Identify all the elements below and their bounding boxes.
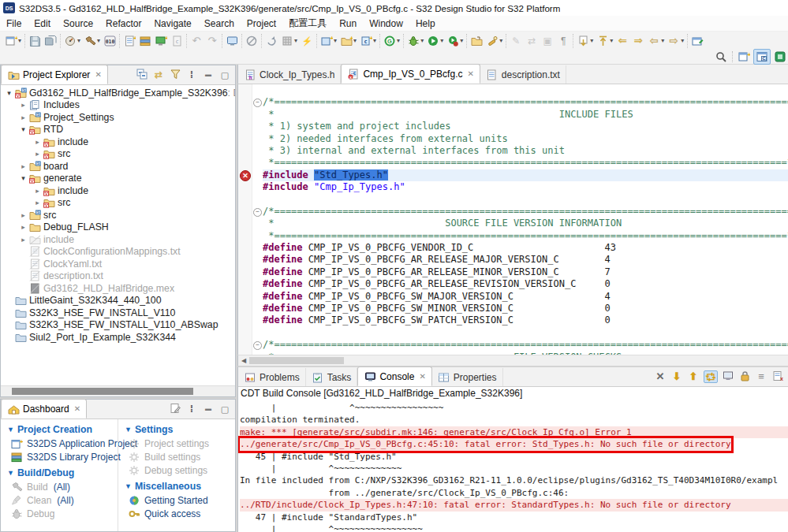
collapse-all-button[interactable] [136,69,148,81]
run-play-button[interactable]: ▾ [425,32,445,50]
tree-item-gd3162-hld-halfbridge-example-s32k396[interactable]: ▾SGd3162_HLD_HalfBridge_Example_S32K396:… [1,87,235,99]
back-annot-button[interactable]: ⇐ [614,32,630,50]
console-tab-properties[interactable]: Properties [432,368,503,386]
dropdown-icon[interactable]: ▾ [661,37,664,44]
dashboard-item-build[interactable]: Build(All) [7,480,111,493]
remote-monitor-button[interactable] [224,32,240,50]
dashboard-section-miscellaneous[interactable]: ▼Miscellaneous [125,479,229,493]
tree-item-include[interactable]: ▸include [1,184,235,197]
memory-grid-button[interactable]: ▾ [279,32,299,50]
search-icon[interactable] [713,50,729,64]
dropdown-icon[interactable]: ▾ [681,37,684,44]
dropdown-icon[interactable]: ▾ [460,37,463,44]
save-all-button[interactable] [43,32,58,50]
dropdown-icon[interactable]: ▾ [373,37,376,44]
collapsed-arrow-icon[interactable]: ▸ [18,223,28,231]
section-collapse-icon[interactable]: ▼ [7,426,14,433]
scroll-left-icon[interactable]: ◀ [238,357,249,364]
tree-item-rtd[interactable]: ▾RTD [1,124,235,136]
dropdown-icon[interactable]: ▾ [397,37,400,44]
dropdown-icon[interactable]: ▾ [610,37,613,44]
collapsed-arrow-icon[interactable]: ▸ [18,236,28,244]
profile-run-button[interactable]: ▾ [445,32,465,50]
show-whitespace-button[interactable]: ¶ [555,32,571,50]
edit-page-button[interactable] [169,403,181,415]
binary-010-button[interactable]: 010 [102,32,118,50]
tree-item-include[interactable]: ▸include [1,136,235,148]
fwd-annot-button[interactable]: ⇒ [630,32,646,50]
collapsed-arrow-icon[interactable]: ▸ [18,162,28,170]
new-c-file-button[interactable]: + [121,32,137,50]
update-tool-button[interactable] [263,32,279,50]
new-cpp-project-button[interactable]: +▾ [338,32,358,50]
dropdown-icon[interactable]: ▾ [353,37,357,44]
open-element-button[interactable] [469,32,484,50]
collapsed-arrow-icon[interactable]: ▸ [18,101,28,109]
dashboard-item-s32ds-application-project[interactable]: +S32DS Application Project [7,437,111,450]
collapsed-arrow-icon[interactable]: ▸ [32,187,43,195]
tree-item-s32k3-hse-fw-install-v110-abswap[interactable]: S32K3_HSE_FW_INSTALL_V110_ABSwap [1,319,235,332]
redo-button[interactable]: ↷ [204,32,220,50]
tree-item-src[interactable]: ▸Ssrc [1,209,235,221]
debug-bug-button[interactable]: ▾ [405,32,425,50]
view-menu-button[interactable]: ⁞ [185,69,198,80]
tree-item-siul2-port-ip-example-s32k344[interactable]: Siul2_Port_Ip_Example_S32K344 [1,331,235,344]
dropdown-icon[interactable]: ▾ [334,37,337,44]
editor-tab-clock-ip-types-h[interactable]: hClock_Ip_Types.h [238,65,341,84]
word-wrap-button[interactable]: ≡ [755,371,767,382]
tab-dashboard[interactable]: Dashboard ✕ [1,399,87,419]
show-block-button[interactable]: ▣ [540,32,555,50]
dropdown-icon[interactable]: ▾ [420,37,424,44]
collapsed-arrow-icon[interactable]: ▸ [18,211,28,219]
prev-error-button[interactable]: ⬆ [687,371,700,382]
code-editor[interactable]: ✕ −−− /*================================… [237,84,788,355]
new-c-project-button[interactable]: +▾ [319,32,338,50]
expanded-arrow-icon[interactable]: ▾ [18,174,28,182]
scroll-lock-button[interactable] [738,370,751,383]
fwd-history-button[interactable]: ⇨▾ [666,32,685,50]
tree-item-s32k3-hse-fw-install-v110[interactable]: S32K3_HSE_FW_INSTALL_V110 [1,307,235,319]
dropdown-icon[interactable]: ▾ [440,37,443,44]
dashboard-item-build-settings[interactable]: Build settings [125,450,229,463]
search-icon[interactable] [715,51,727,62]
menu-project[interactable]: Project [241,17,282,30]
tree-item-includes[interactable]: ▸Includes [1,99,235,112]
section-collapse-icon[interactable]: ▼ [125,482,132,490]
tree-item-clockconfigurationmappings-txt[interactable]: ClockConfigurationMappings.txt [1,246,235,259]
console-tab-problems[interactable]: Problems [238,368,306,386]
close-icon[interactable]: ✕ [95,70,101,79]
clear-console-button[interactable]: ✕ [654,371,667,382]
dropdown-icon[interactable]: ▾ [18,37,21,44]
view-menu-button[interactable]: ⁞ [185,404,198,415]
maximize-button[interactable]: ▢ [218,69,231,80]
dashboard-item-suffix[interactable]: (All) [57,495,73,506]
tree-item-littlegaint-s32k344-440-100[interactable]: LittleGaint_S32K344_440_100 [1,295,235,307]
next-error-button[interactable]: ⬇ [670,371,683,382]
menu-search[interactable]: Search [198,17,241,30]
explorer-hscrollbar[interactable] [1,385,235,396]
tree-item-project-settings[interactable]: ▸SProject_Settings [1,111,235,124]
close-icon[interactable]: ✕ [74,404,80,413]
back-history-button[interactable]: ⇦▾ [646,32,666,50]
menu-window[interactable]: Window [363,17,409,30]
new-c-file2-button[interactable]: c+▾ [358,32,378,50]
dashboard-item-debug[interactable]: Debug [7,507,111,520]
dropdown-icon[interactable]: ▾ [590,37,593,44]
menu--[interactable]: 配置工具 [282,16,333,31]
console-tab-console[interactable]: Console✕ [357,366,431,386]
menu-source[interactable]: Source [57,17,99,30]
console-tab-tasks[interactable]: Tasks [306,368,358,386]
tree-item-src[interactable]: ▸src [1,197,235,210]
last-edit-button[interactable]: ▾ [575,32,595,50]
link-editor-gray-button[interactable]: ⇄ [524,32,540,50]
tree-item-board[interactable]: ▸Sboard [1,160,235,173]
c-file-gray-button[interactable]: c [169,32,185,50]
tree-item-generate[interactable]: ▾generate [1,173,235,185]
cpp-perspective-button[interactable]: C [753,49,771,65]
tree-item-src[interactable]: ▸src [1,148,235,161]
console-output[interactable]: | ^~~~~~~~~~~~~~~~~~compilation terminat… [238,402,788,532]
section-collapse-icon[interactable]: ▼ [125,426,132,433]
menu-navigate[interactable]: Navigate [148,17,197,30]
dropdown-icon[interactable]: ▾ [97,37,100,44]
new-target-button[interactable]: + [153,32,169,50]
